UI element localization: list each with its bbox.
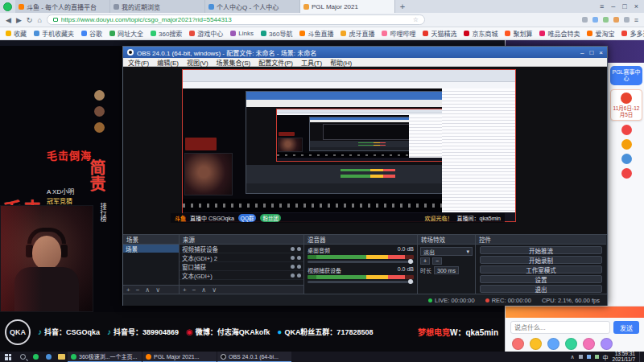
- show-desktop-button[interactable]: [639, 352, 642, 362]
- add-transition-button[interactable]: +: [420, 257, 430, 265]
- avatar[interactable]: [94, 122, 105, 133]
- activity-entry-icon[interactable]: [621, 154, 632, 164]
- taskbar-search-button[interactable]: [16, 352, 29, 362]
- source-item[interactable]: 视频捕获设备: [180, 245, 303, 253]
- extension-icon[interactable]: [582, 17, 588, 23]
- slider-knob[interactable]: [408, 279, 413, 284]
- bookmark-item[interactable]: 斗鱼直播: [299, 29, 333, 38]
- tab-douyu-home[interactable]: 斗鱼 - 每个人的直播平台: [15, 0, 110, 13]
- scene-item[interactable]: 场景: [123, 245, 179, 253]
- source-up-button[interactable]: ∧: [201, 286, 206, 294]
- duration-spinbox[interactable]: 300 ms: [434, 266, 459, 274]
- remove-scene-button[interactable]: −: [136, 286, 140, 294]
- taskbar-window-obs[interactable]: OBS 24.0.1 (64-bi...: [217, 352, 291, 362]
- tray-icon[interactable]: [587, 355, 591, 359]
- refresh-button[interactable]: ↻: [27, 16, 33, 24]
- sources-list[interactable]: 视频捕获设备 文本(GDI+) 2 窗口捕获 文本(GDI+): [180, 245, 303, 285]
- obs-window[interactable]: OBS 24.0.1 (64-bit, windows) - 配置文件: 未命名…: [122, 46, 608, 306]
- tray-icon[interactable]: [579, 355, 583, 359]
- obs-close-button[interactable]: ×: [599, 49, 603, 56]
- gift-icon[interactable]: [530, 338, 542, 350]
- add-scene-button[interactable]: +: [126, 286, 130, 294]
- start-streaming-button[interactable]: 开始推流: [480, 246, 602, 254]
- source-item[interactable]: 窗口捕获: [180, 262, 303, 271]
- toolbar-menu-icon[interactable]: ≡: [634, 16, 638, 24]
- tray-icon[interactable]: [595, 355, 599, 359]
- window-maximize-button[interactable]: □: [622, 2, 626, 10]
- favorite-star-icon[interactable]: ☆: [413, 16, 419, 23]
- taskbar-browser-icon[interactable]: [29, 352, 42, 362]
- obs-maximize-button[interactable]: □: [589, 49, 593, 56]
- taskbar-window-browser[interactable]: 360极速浏...一个主页...: [68, 352, 142, 362]
- lock-icon[interactable]: [297, 247, 301, 251]
- activity-entry-icon[interactable]: [621, 168, 632, 179]
- gift-icon[interactable]: [512, 338, 524, 350]
- source-item[interactable]: 文本(GDI+) 2: [180, 253, 303, 262]
- menu-tools[interactable]: 工具(T): [301, 58, 322, 67]
- gift-icon[interactable]: [583, 338, 595, 350]
- ime-indicator[interactable]: 中: [603, 353, 609, 361]
- home-button[interactable]: ⌂: [37, 16, 41, 24]
- visibility-eye-icon[interactable]: [291, 256, 295, 260]
- tab-user-center[interactable]: 个人中心Q - 个人中心: [205, 0, 300, 13]
- url-field[interactable]: https://www.douyu.com/topic/csgo_major20…: [47, 14, 425, 25]
- visibility-eye-icon[interactable]: [291, 265, 295, 269]
- promo-banner[interactable]: [506, 306, 644, 318]
- slider-knob[interactable]: [408, 259, 413, 264]
- bookmark-item[interactable]: 虎牙直播: [341, 29, 374, 38]
- tab-pgl-major[interactable]: PGL Major 2021: [300, 0, 395, 13]
- taskbar-clock[interactable]: 13:59:312021/11/7: [613, 352, 635, 362]
- menu-help[interactable]: 帮助(H): [330, 58, 352, 67]
- volume-slider[interactable]: [308, 281, 414, 283]
- tray-expand-icon[interactable]: ∧: [570, 354, 574, 360]
- back-button[interactable]: ◀: [6, 16, 11, 24]
- lock-icon[interactable]: [297, 256, 301, 260]
- menu-view[interactable]: 视图(V): [187, 58, 208, 67]
- menu-profile[interactable]: 配置文件(P): [258, 58, 293, 67]
- scene-down-button[interactable]: ∨: [155, 286, 160, 294]
- avatar[interactable]: [94, 90, 105, 101]
- tab-history[interactable]: 我的近期浏览: [110, 0, 205, 13]
- taskbar-explorer-icon[interactable]: [55, 352, 68, 362]
- bookmark-item[interactable]: 手机收藏夹: [34, 29, 74, 38]
- bookmark-item[interactable]: 360搜索: [151, 29, 182, 38]
- lock-icon[interactable]: [297, 265, 301, 269]
- window-minimize-button[interactable]: –: [611, 2, 615, 10]
- activity-card[interactable]: 11月6日-12月5日: [610, 89, 642, 121]
- start-button[interactable]: [0, 352, 16, 362]
- bookmark-item[interactable]: 网址大全: [109, 29, 143, 38]
- browser-logo-icon[interactable]: [3, 2, 12, 11]
- source-down-button[interactable]: ∨: [212, 286, 217, 294]
- forward-button[interactable]: ▶: [16, 16, 22, 24]
- settings-button[interactable]: 设置: [480, 275, 602, 283]
- visibility-eye-icon[interactable]: [291, 247, 295, 251]
- studio-mode-button[interactable]: 工作室模式: [480, 265, 602, 274]
- activity-entry-icon[interactable]: [621, 139, 632, 150]
- bookmark-item[interactable]: 游戏中心: [189, 29, 223, 38]
- bookmark-item[interactable]: 谷歌: [81, 29, 102, 38]
- gift-icon[interactable]: [547, 338, 559, 350]
- bookmark-item[interactable]: 收藏: [6, 29, 27, 38]
- avatar[interactable]: [94, 106, 105, 117]
- menu-scene-collection[interactable]: 场景集合(S): [217, 58, 251, 67]
- remove-transition-button[interactable]: −: [432, 257, 442, 265]
- bookmark-item[interactable]: 哔哩哔哩: [382, 29, 415, 38]
- gift-icon[interactable]: [601, 338, 613, 350]
- bookmark-item[interactable]: 爱淘宝: [587, 29, 614, 38]
- remove-source-button[interactable]: −: [192, 286, 196, 294]
- bookmark-item[interactable]: 聚划算: [505, 29, 532, 38]
- obs-preview-canvas[interactable]: [123, 67, 607, 234]
- bookmark-item[interactable]: Links: [230, 30, 254, 37]
- new-tab-button[interactable]: +: [395, 2, 410, 11]
- lock-icon[interactable]: [297, 274, 301, 278]
- extension-icon[interactable]: [624, 17, 630, 23]
- bookmark-item[interactable]: 京东商城: [464, 29, 497, 38]
- bookmark-item[interactable]: 360导航: [261, 29, 292, 38]
- source-item[interactable]: 文本(GDI+): [180, 271, 303, 280]
- send-button[interactable]: 发送: [613, 321, 639, 334]
- obs-minimize-button[interactable]: –: [580, 49, 584, 56]
- transition-select[interactable]: 淡出▾: [420, 247, 473, 256]
- chat-input[interactable]: [510, 321, 610, 334]
- window-close-button[interactable]: ×: [634, 2, 638, 10]
- extension-icon[interactable]: [613, 17, 619, 23]
